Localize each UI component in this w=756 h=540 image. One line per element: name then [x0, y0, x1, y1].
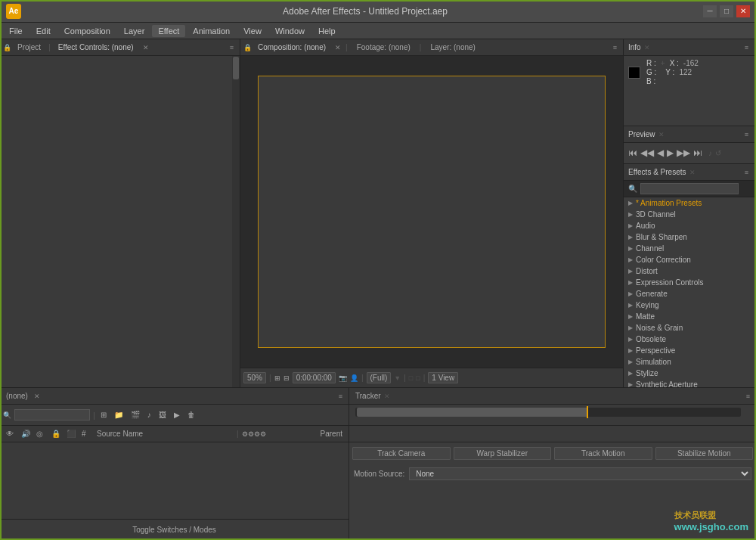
menu-file[interactable]: File: [3, 25, 29, 37]
zoom-level[interactable]: 50%: [243, 372, 266, 383]
b-label: B :: [646, 77, 655, 85]
effect-audio[interactable]: ▶ Audio: [624, 220, 756, 231]
effect-matte[interactable]: ▶ Matte: [624, 311, 756, 322]
composition-canvas: [258, 76, 606, 348]
preview-prev-frame[interactable]: ◀: [657, 147, 664, 158]
person-icon: 👤: [350, 374, 358, 382]
timeline-search[interactable]: [14, 409, 90, 421]
effect-item-label: 3D Channel: [636, 210, 676, 219]
tab-effect-controls[interactable]: Effect Controls: (none): [54, 42, 138, 53]
preview-back-step[interactable]: ◀◀: [640, 147, 654, 158]
track-motion-btn[interactable]: Track Motion: [554, 447, 652, 460]
info-panel-menu[interactable]: ≡: [742, 44, 751, 51]
effect-item-label: Generate: [636, 290, 668, 298]
effect-item-label: Audio: [636, 222, 655, 230]
left-scroll[interactable]: [232, 56, 240, 387]
minimize-button[interactable]: ─: [703, 5, 717, 17]
preview-play[interactable]: ▶: [667, 147, 674, 158]
arrow-icon: ▶: [628, 279, 633, 286]
stabilize-motion-btn[interactable]: Stabilize Motion: [655, 447, 754, 460]
source-name-col: Source Name: [97, 430, 234, 438]
composition-icon[interactable]: 🎬: [129, 410, 142, 420]
menu-window[interactable]: Window: [269, 25, 311, 37]
effect-color-correction[interactable]: ▶ Color Correction: [624, 254, 756, 265]
info-color-row: R : + X : -162 G : Y : 122: [628, 59, 751, 85]
render-queue-close[interactable]: ✕: [34, 393, 40, 400]
maximize-button[interactable]: □: [720, 5, 733, 17]
image-icon[interactable]: 🖼: [156, 410, 169, 420]
preview-panel-menu[interactable]: ≡: [742, 131, 751, 138]
effect-animation-presets[interactable]: ▶ * Animation Presets: [624, 197, 756, 209]
preview-controls: ⏮ ◀◀ ◀ ▶ ▶▶ ⏭ ♪ ↺: [624, 143, 756, 163]
effect-item-label: Synthetic Aperture: [636, 380, 698, 387]
composition-close[interactable]: ✕: [335, 44, 341, 51]
effects-panel-menu[interactable]: ≡: [742, 169, 751, 176]
effect-obsolete[interactable]: ▶ Obsolete: [624, 334, 756, 345]
effect-item-label: Distort: [636, 267, 658, 275]
arrow-icon: ▶: [628, 324, 633, 331]
effect-noise-grain[interactable]: ▶ Noise & Grain: [624, 322, 756, 334]
tab-project[interactable]: Project: [13, 42, 45, 53]
effect-distort[interactable]: ▶ Distort: [624, 265, 756, 277]
close-button[interactable]: ✕: [736, 5, 750, 17]
effect-simulation[interactable]: ▶ Simulation: [624, 356, 756, 368]
x-label: X :: [670, 59, 679, 67]
quality-btn[interactable]: (Full): [367, 372, 392, 383]
arrow-icon: ▶: [628, 347, 633, 354]
views-btn[interactable]: 1 View: [428, 372, 458, 383]
left-panel: 🔒 Project | Effect Controls: (none) ✕ ≡: [0, 39, 240, 387]
motion-source-select[interactable]: None: [409, 467, 751, 480]
preview-first[interactable]: ⏮: [628, 147, 637, 158]
timeline-scrub-area[interactable]: [349, 405, 756, 426]
effect-generate[interactable]: ▶ Generate: [624, 288, 756, 299]
menu-edit[interactable]: Edit: [30, 25, 57, 37]
arrow-icon: ▶: [628, 245, 633, 252]
menu-effect[interactable]: Effect: [152, 25, 185, 37]
timeline-bar-bg: [355, 408, 741, 417]
menu-composition[interactable]: Composition: [58, 25, 116, 37]
new-comp-icon[interactable]: ⊞: [98, 410, 109, 420]
preview-last[interactable]: ⏭: [693, 147, 702, 158]
tab-composition[interactable]: Composition: (none): [253, 42, 330, 53]
video-icon[interactable]: ▶: [172, 410, 182, 420]
warp-stabilizer-btn[interactable]: Warp Stabilizer: [454, 447, 552, 460]
effect-expression-controls[interactable]: ▶ Expression Controls: [624, 277, 756, 288]
timecode[interactable]: 0:00:00:00: [293, 372, 336, 383]
timeline-tick-row: [349, 426, 756, 442]
track-camera-btn[interactable]: Track Camera: [352, 447, 451, 460]
bottom-left-menu[interactable]: ≡: [336, 393, 345, 400]
menu-layer[interactable]: Layer: [118, 25, 151, 37]
timeline-playhead[interactable]: [587, 406, 588, 418]
arrow-icon: ▶: [628, 234, 633, 241]
delete-icon[interactable]: 🗑: [185, 410, 197, 420]
effect-synthetic-aperture[interactable]: ▶ Synthetic Aperture: [624, 379, 756, 387]
effect-controls-close[interactable]: ✕: [143, 44, 149, 51]
tracker-buttons-area: Track Camera Warp Stabilizer Track Motio…: [349, 442, 756, 464]
tab-layer[interactable]: Layer: (none): [426, 42, 479, 53]
color-col: ⬛: [67, 430, 79, 438]
arrow-icon: ▶: [628, 302, 633, 309]
title-bar: Ae Adobe After Effects - Untitled Projec…: [0, 0, 756, 23]
toggle-switches-label[interactable]: Toggle Switches / Modes: [132, 526, 216, 534]
tracker-tab-label[interactable]: Tracker: [352, 390, 384, 402]
menu-view[interactable]: View: [237, 25, 268, 37]
effect-perspective[interactable]: ▶ Perspective: [624, 345, 756, 356]
tab-footage[interactable]: Footage: (none): [352, 42, 415, 53]
effect-channel[interactable]: ▶ Channel: [624, 243, 756, 254]
effect-3d-channel[interactable]: ▶ 3D Channel: [624, 209, 756, 220]
aspect-icon: ⊟: [284, 374, 290, 382]
effect-blur-sharpen[interactable]: ▶ Blur & Sharpen: [624, 231, 756, 243]
center-panel-menu[interactable]: ≡: [610, 44, 620, 51]
bottom-right-menu[interactable]: ≡: [743, 393, 753, 400]
folder-icon[interactable]: 📁: [112, 410, 125, 420]
menu-animation[interactable]: Animation: [187, 25, 236, 37]
effect-stylize[interactable]: ▶ Stylize: [624, 368, 756, 379]
left-panel-menu[interactable]: ≡: [227, 44, 237, 51]
preview-next-frame[interactable]: ▶▶: [677, 147, 690, 158]
effect-keying[interactable]: ▶ Keying: [624, 299, 756, 311]
effect-item-label: Simulation: [636, 358, 671, 366]
effects-search-input[interactable]: [640, 183, 739, 194]
render-queue-label[interactable]: (none): [3, 390, 31, 402]
menu-help[interactable]: Help: [312, 25, 342, 37]
audio-icon[interactable]: ♪: [145, 410, 153, 420]
